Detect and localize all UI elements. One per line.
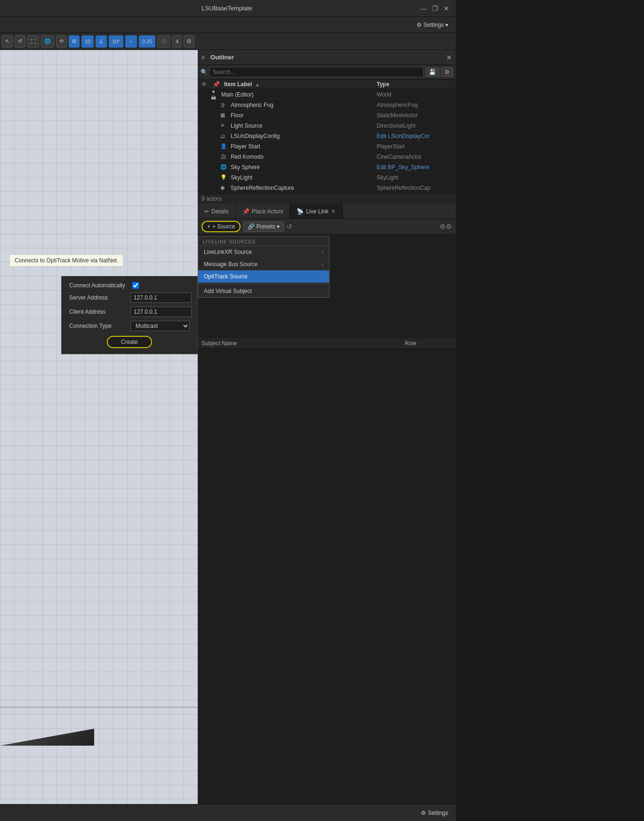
- visibility-col-icon: 👁: [201, 81, 211, 88]
- maximize-button[interactable]: ❐: [431, 5, 439, 12]
- server-address-input[interactable]: [130, 293, 192, 303]
- table-row[interactable]: ✳ Light Source DirectionalLight: [198, 121, 456, 131]
- connect-auto-label: Connect Automatically: [69, 282, 130, 289]
- scale-value-button[interactable]: 0.25: [139, 35, 155, 48]
- layout-button[interactable]: ⊟: [184, 35, 194, 48]
- window-title: LSUBaseTemplate: [34, 5, 420, 12]
- item-label-col[interactable]: Item Label ▲: [224, 81, 375, 88]
- camera-count-button[interactable]: 4: [172, 35, 182, 48]
- add-virtual-subject-item[interactable]: Add Virtual Subject: [198, 285, 329, 297]
- plus-icon: +: [207, 223, 210, 230]
- connect-auto-checkbox[interactable]: [132, 282, 139, 289]
- outliner-columns: 👁 📌 Item Label ▲ Type: [198, 80, 456, 89]
- source-dropdown-menu: LIVELINK SOURCES LiveLinkXR Source › Mes…: [198, 236, 330, 298]
- table-row[interactable]: 🗂 LSUnDisplayConfig Edit LSUnDisplayCor: [198, 131, 456, 141]
- viewport-grid: [0, 50, 198, 821]
- chevron-right-icon: ›: [322, 249, 323, 255]
- title-bar: LSUBaseTemplate — ❐ ✕: [0, 0, 456, 17]
- tab-close-button[interactable]: ✕: [331, 208, 336, 215]
- outliner-footer: 9 actors: [198, 193, 456, 204]
- angle-button[interactable]: ∠: [96, 35, 107, 48]
- chevron-right-icon: ›: [322, 273, 323, 280]
- dropdown-divider: [198, 284, 329, 284]
- table-row[interactable]: 💡 SkyLight SkyLight: [198, 172, 456, 183]
- angle-value-button[interactable]: 10°: [109, 35, 123, 48]
- livelink-settings-icon[interactable]: ⚙⚙: [440, 223, 452, 230]
- grid-button[interactable]: ⊞: [69, 35, 80, 48]
- sort-arrow-icon: ▲: [255, 82, 260, 87]
- camera-actor-icon: 🎥: [220, 154, 229, 160]
- chevron-right-icon: ›: [322, 261, 323, 268]
- server-address-label: Server Address: [69, 294, 130, 301]
- table-row[interactable]: ▦ Floor StaticMeshActor: [198, 110, 456, 121]
- connect-auto-row: Connect Automatically: [69, 282, 190, 289]
- table-row[interactable]: 👤 Player Start PlayerStart: [198, 141, 456, 152]
- livelink-sources-label: LIVELINK SOURCES: [198, 236, 329, 246]
- table-row[interactable]: 🌐 Sky Sphere Edit BP_Sky_Sphere: [198, 162, 456, 172]
- tab-bar: ✏ Details 📌 Place Actors 📡 Live Link ✕: [198, 204, 456, 219]
- tab-live-link[interactable]: 📡 Live Link ✕: [290, 204, 342, 219]
- scale-button[interactable]: ↔: [125, 35, 137, 48]
- live-link-icon: 📡: [297, 208, 304, 215]
- refresh-button[interactable]: ↺: [15, 35, 25, 48]
- role-col: Role: [405, 340, 452, 347]
- create-button[interactable]: Create: [107, 336, 152, 348]
- list-item[interactable]: Message Bus Source ›: [198, 258, 329, 270]
- table-row[interactable]: 🌫 Atmospheric Fog AtmosphericFog: [198, 100, 456, 110]
- table-row[interactable]: 🎥 Red Komodo CineCameraActor: [198, 152, 456, 162]
- settings-button[interactable]: ⚙ Settings ▾: [417, 22, 448, 28]
- minimize-button[interactable]: —: [420, 5, 427, 12]
- sky-icon: 🌐: [220, 164, 229, 170]
- tab-details[interactable]: ✏ Details: [198, 204, 236, 219]
- outliner-close-button[interactable]: ✕: [446, 54, 452, 61]
- outliner-settings-button[interactable]: ⚙: [441, 67, 453, 77]
- connection-type-label: Connection Type: [69, 323, 130, 329]
- source-button[interactable]: + + Source: [201, 221, 241, 232]
- list-item[interactable]: LiveLinkXR Source ›: [198, 246, 329, 258]
- expand-button[interactable]: ⛶: [27, 35, 39, 48]
- rotate-button[interactable]: ⟲: [56, 35, 67, 48]
- subject-table-header: Subject Name Role: [198, 338, 456, 349]
- table-row[interactable]: ▼🏔 Main (Editor) World: [198, 89, 456, 100]
- close-button[interactable]: ✕: [443, 5, 450, 12]
- outliner-search-bar: 🔍 💾 ⚙: [198, 65, 456, 80]
- reflection-icon: ◉: [220, 185, 229, 191]
- skylight-icon: 💡: [220, 174, 229, 180]
- pin-col-icon: 📌: [213, 81, 222, 88]
- undo-button[interactable]: ↺: [287, 223, 292, 230]
- place-actors-icon: 📌: [242, 208, 250, 215]
- connection-type-select[interactable]: Multicast Unicast: [130, 321, 190, 331]
- livelink-toolbar: + + Source 🔗 Presets ▾ ↺ ⚙⚙ LIVELINK SOU…: [198, 219, 456, 235]
- create-btn-wrapper: Create: [69, 336, 190, 348]
- client-address-row: Client Address: [69, 307, 190, 317]
- viewport[interactable]: Connect Automatically Server Address Cli…: [0, 50, 198, 821]
- grid-size-button[interactable]: 10: [81, 35, 94, 48]
- right-panel: ≡ Outliner ✕ 🔍 💾 ⚙ 👁 📌 Item Label ▲ Type: [198, 50, 456, 821]
- optitrack-source-item[interactable]: OptiTrack Source ›: [198, 270, 329, 283]
- select-tool-button[interactable]: ↖: [2, 35, 13, 48]
- globe-button[interactable]: 🌐: [41, 35, 54, 48]
- client-address-input[interactable]: [130, 307, 192, 317]
- connect-panel: Connect Automatically Server Address Cli…: [61, 276, 198, 354]
- mesh-icon: ▦: [220, 112, 229, 118]
- type-col[interactable]: Type: [377, 81, 452, 88]
- toolbar: ↖ ↺ ⛶ 🌐 ⟲ ⊞ 10 ∠ 10° ↔ 0.25 🎥 4 ⊟: [0, 33, 456, 50]
- presets-button[interactable]: 🔗 Presets ▾: [243, 221, 284, 232]
- presets-icon: 🔗: [248, 223, 255, 230]
- tab-place-actors[interactable]: 📌 Place Actors: [236, 204, 290, 219]
- viewport-floor: [0, 707, 198, 708]
- settings-bar: ⚙ Settings ▾: [0, 17, 456, 33]
- outliner-items-list: ▼🏔 Main (Editor) World 🌫 Atmospheric Fog…: [198, 89, 456, 193]
- outliner-title: Outliner: [210, 54, 234, 61]
- search-icon: 🔍: [201, 69, 208, 75]
- light-icon: ✳: [220, 122, 229, 129]
- world-icon: ▼🏔: [211, 89, 219, 100]
- outliner-save-button[interactable]: 💾: [426, 67, 439, 77]
- client-address-label: Client Address: [69, 309, 130, 315]
- search-input[interactable]: [209, 67, 424, 77]
- table-row[interactable]: ◉ SphereReflectionCapture SphereReflecti…: [198, 183, 456, 193]
- bottom-settings-button[interactable]: ⚙ Settings: [421, 810, 448, 816]
- connection-type-row: Connection Type Multicast Unicast: [69, 321, 190, 331]
- camera-button[interactable]: 🎥: [157, 35, 170, 48]
- fog-icon: 🌫: [220, 102, 229, 108]
